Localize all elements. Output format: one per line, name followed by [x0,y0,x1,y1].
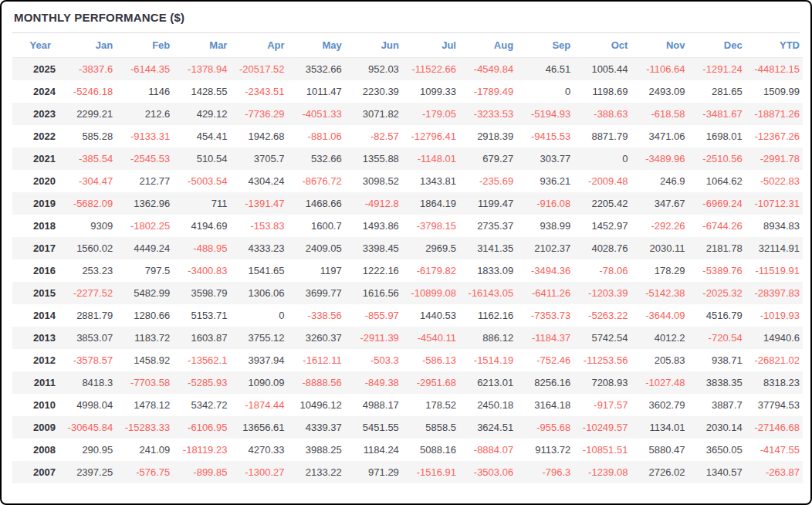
value-cell: 1343.81 [402,170,459,192]
value-cell: 1184.24 [345,439,402,461]
value-cell: 1468.66 [288,192,345,215]
value-cell: -5003.54 [173,170,230,192]
value-cell: -82.57 [345,125,402,147]
column-header-mar: Mar [173,33,230,58]
value-cell: -1148.01 [402,147,459,170]
table-row-2016: 2016253.23797.5-3400.831541.6511971222.1… [12,259,803,282]
table-row-2024: 2024-5246.1811461428.55-2343.511011.4722… [12,80,803,103]
value-cell: -5263.22 [573,304,631,327]
value-cell: 14940.6 [746,327,803,349]
value-cell: 2230.39 [345,80,402,103]
value-cell: 178.29 [631,259,688,282]
value-cell: 8318.23 [746,371,803,394]
value-cell: -2951.68 [402,371,459,394]
value-cell: -916.08 [516,192,573,215]
value-cell: -4051.33 [288,103,345,125]
value-cell: -881.06 [288,125,345,147]
table-row-2010: 20104998.041478.125342.72-1874.4410496.1… [12,394,803,416]
year-cell: 2023 [12,103,59,125]
value-cell: 1362.96 [116,192,173,215]
value-cell: 679.27 [459,147,516,170]
value-cell: -263.87 [746,461,803,483]
table-row-2025: 2025-3837.6-6144.35-1378.94-20517.523532… [12,58,803,81]
value-cell: 2397.25 [59,461,116,483]
value-cell: 1616.56 [345,282,402,304]
value-cell: 3098.52 [345,170,402,192]
value-cell: -9415.53 [516,125,573,147]
value-cell: 2133.22 [288,461,345,483]
value-cell: -11519.91 [746,259,803,282]
value-cell: 5451.55 [345,416,402,439]
year-cell: 2022 [12,125,59,147]
value-cell: -5194.93 [516,103,573,125]
value-cell: 2102.37 [516,237,573,259]
value-cell: -1291.24 [689,58,746,81]
value-cell: 32114.91 [746,237,803,259]
value-cell: -6969.24 [689,192,746,215]
value-cell: 2030.14 [689,416,746,439]
value-cell: -179.05 [402,103,459,125]
value-cell: -576.75 [116,461,173,483]
value-cell: -16143.05 [459,282,516,304]
value-cell: 429.12 [173,103,230,125]
year-cell: 2010 [12,394,59,416]
value-cell: -11522.66 [402,58,459,81]
value-cell: 1428.55 [173,80,230,103]
value-cell: -3494.36 [516,259,573,282]
value-cell: 347.67 [631,192,688,215]
table-row-2023: 20232299.21212.6429.12-7736.29-4051.3330… [12,103,803,125]
value-cell: 3602.79 [631,394,688,416]
value-cell: 4028.76 [573,237,631,259]
value-cell: -8888.56 [288,371,345,394]
value-cell: -1019.93 [746,304,803,327]
column-header-nov: Nov [631,33,688,58]
value-cell: 1090.09 [230,371,287,394]
value-cell: -27146.68 [746,416,803,439]
value-cell: 3260.37 [288,327,345,349]
value-cell: 212.77 [116,170,173,192]
value-cell: 4516.79 [689,304,746,327]
value-cell: -796.3 [516,461,573,483]
value-cell: 1942.68 [230,125,287,147]
value-cell: 5088.16 [402,439,459,461]
value-cell: 4304.24 [230,170,287,192]
value-cell: 1440.53 [402,304,459,327]
value-cell: -3481.67 [689,103,746,125]
value-cell: -2009.48 [573,170,631,192]
value-cell: -1300.27 [230,461,287,483]
value-cell: -5022.83 [746,170,803,192]
value-cell: -752.46 [516,349,573,371]
value-cell: -5285.93 [173,371,230,394]
year-cell: 2008 [12,439,59,461]
value-cell: 205.83 [631,349,688,371]
value-cell: 711 [173,192,230,215]
table-body: 2025-3837.6-6144.35-1378.94-20517.523532… [12,58,803,484]
value-cell: 1011.47 [288,80,345,103]
value-cell: -3578.57 [59,349,116,371]
value-cell: 952.03 [345,58,402,81]
value-cell: -5389.76 [689,259,746,282]
value-cell: 1509.99 [746,80,803,103]
value-cell: 0 [516,80,573,103]
year-cell: 2018 [12,215,59,237]
value-cell: 1222.16 [345,259,402,282]
value-cell: -10249.57 [573,416,631,439]
value-cell: 3650.05 [689,439,746,461]
value-cell: 938.71 [689,349,746,371]
value-cell: 1478.12 [116,394,173,416]
value-cell: -8884.07 [459,439,516,461]
value-cell: -1027.48 [631,371,688,394]
value-cell: 5742.54 [573,327,631,349]
year-cell: 2020 [12,170,59,192]
value-cell: -3233.53 [459,103,516,125]
value-cell: -338.56 [288,304,345,327]
value-cell: 3988.25 [288,439,345,461]
value-cell: -11253.56 [573,349,631,371]
value-cell: -503.3 [345,349,402,371]
year-cell: 2017 [12,237,59,259]
value-cell: 886.12 [459,327,516,349]
value-cell: 7208.93 [573,371,631,394]
value-cell: -1106.64 [631,58,688,81]
value-cell: -1612.11 [288,349,345,371]
value-cell: 3598.79 [173,282,230,304]
